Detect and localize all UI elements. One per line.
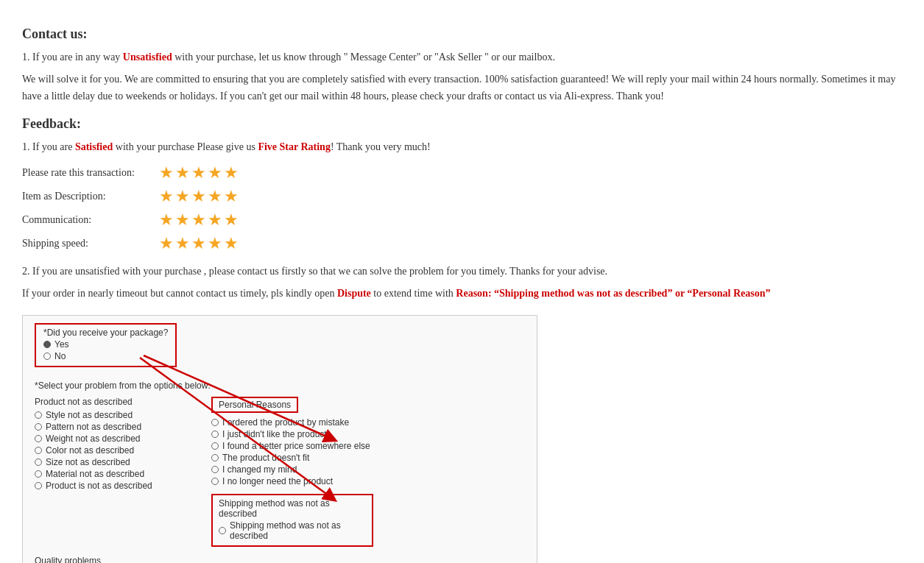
right-column: Personal Reasons I ordered the product b… [211,397,373,547]
feedback-item1-middle: with your purchase Please give us [113,141,258,152]
rating-row-3: Shipping speed: ★ ★ ★ ★ ★ [22,234,902,253]
better-price-radio[interactable] [211,442,219,450]
changed-mind-option: I changed my mind [211,464,373,475]
question-container: *Did you receive your package? Yes No [35,323,525,373]
color-radio[interactable] [35,447,42,454]
unsatisfied-text: Unsatisfied [123,52,172,63]
dispute-paragraph: If your order in nearly timeout but cann… [22,286,902,302]
product-not-as-described-title: Product not as described [35,397,182,407]
yes-option: Yes [43,339,168,350]
no-option: No [43,351,168,361]
feedback-item1-prefix: 1. If you are [22,141,75,152]
ordered-mistake-option: I ordered the product by mistake [211,417,373,428]
stars-3: ★ ★ ★ ★ ★ [159,234,239,253]
no-longer-need-radio[interactable] [211,478,219,485]
feedback-item1: 1. If you are Satisfied with your purcha… [22,139,902,155]
contact-section: Contact us: 1. If you are in any way Uns… [22,26,902,105]
quality-title: Quality problems [35,556,525,563]
stars-2: ★ ★ ★ ★ ★ [159,210,239,230]
size-radio[interactable] [35,458,42,466]
rating-label-0: Please rate this transaction: [22,167,155,179]
ratings-container: Please rate this transaction: ★ ★ ★ ★ ★ … [22,163,902,253]
style-option: Style not as described [35,410,182,420]
style-radio[interactable] [35,411,42,419]
stars-0: ★ ★ ★ ★ ★ [159,163,239,183]
shipping-method-box: Shipping method was not as described Shi… [211,494,373,547]
feedback-item2: 2. If you are unsatisfied with your purc… [22,263,902,280]
material-option: Material not as described [35,469,182,479]
pattern-radio[interactable] [35,423,42,431]
no-longer-need-option: I no longer need the product [211,476,373,486]
satisfied-text: Satisfied [75,141,113,152]
material-radio[interactable] [35,470,42,478]
dispute-word: Dispute [337,288,371,299]
five-star-text: Five Star Rating [258,141,331,152]
rating-label-3: Shipping speed: [22,238,155,249]
yes-label: Yes [54,339,69,350]
question-text: *Did you receive your package? [43,327,168,338]
didnt-like-radio[interactable] [211,431,219,438]
changed-mind-radio[interactable] [211,466,219,473]
product-radio[interactable] [35,482,42,489]
shipping-method-title: Shipping method was not as described [219,498,366,519]
contact-item1-suffix: with your purchase, let us know through … [172,52,555,63]
weight-radio[interactable] [35,435,42,442]
didnt-like-option: I just didn't like the product [211,429,373,439]
better-price-option: I found a better price somewhere else [211,441,373,451]
rating-row-2: Communication: ★ ★ ★ ★ ★ [22,210,902,230]
dispute-form-screenshot: *Did you receive your package? Yes No *S… [22,315,537,563]
rating-row-1: Item as Description: ★ ★ ★ ★ ★ [22,187,902,206]
problem-columns: Product not as described Style not as de… [35,397,525,547]
shipping-not-described-option: Shipping method was not as described [219,520,366,541]
doesnt-fit-option: The product doesn't fit [211,453,373,463]
dispute-prefix: If your order in nearly timeout but cann… [22,288,337,299]
personal-reasons-box: Personal Reasons [211,397,298,413]
dispute-middle: to extend time with [371,288,456,299]
receive-package-question-box: *Did you receive your package? Yes No [35,323,177,367]
rating-row-0: Please rate this transaction: ★ ★ ★ ★ ★ [22,163,902,183]
contact-item1-prefix: 1. If you are in any way [22,52,123,63]
no-label: No [54,351,66,361]
shipping-not-described-radio[interactable] [219,527,226,534]
dispute-reason: Reason: “Shipping method was not as desc… [456,288,770,299]
pattern-option: Pattern not as described [35,422,182,432]
feedback-heading: Feedback: [22,116,902,132]
rating-label-2: Communication: [22,214,155,226]
dispute-screenshot-area: *Did you receive your package? Yes No *S… [22,315,537,563]
yes-radio[interactable] [43,341,51,348]
contact-paragraph2: We will solve it for you. We are committ… [22,71,902,105]
product-option: Product is not as described [35,481,182,491]
left-column: Product not as described Style not as de… [35,397,182,547]
rating-label-1: Item as Description: [22,191,155,202]
feedback-item1-suffix: ! Thank you very much! [331,141,431,152]
weight-option: Weight not as described [35,433,182,444]
select-problem-label: *Select your problem from the options be… [35,380,525,391]
contact-item1: 1. If you are in any way Unsatisfied wit… [22,49,902,65]
color-option: Color not as described [35,445,182,456]
contact-heading: Contact us: [22,26,902,42]
doesnt-fit-radio[interactable] [211,454,219,461]
quality-section: Quality problems Has an odor [35,556,525,563]
ordered-mistake-radio[interactable] [211,419,219,426]
feedback-section: Feedback: 1. If you are Satisfied with y… [22,116,902,302]
stars-1: ★ ★ ★ ★ ★ [159,187,239,206]
size-option: Size not as described [35,457,182,467]
no-radio[interactable] [43,353,51,360]
